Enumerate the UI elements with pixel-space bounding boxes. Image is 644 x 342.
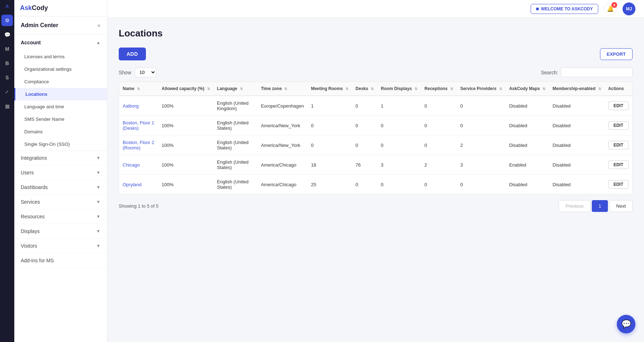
table-row: Boston, Floor 2 (Rooms) 100% English (Un…: [119, 135, 632, 155]
account-chevron-icon: ▲: [96, 40, 100, 45]
edit-button[interactable]: EDIT: [608, 121, 629, 130]
locations-table-container: Name ⇅ Allowed capacity (%) ⇅ Language ⇅: [119, 81, 633, 194]
cell-capacity: 100%: [158, 155, 213, 175]
sidebar-item-users[interactable]: Users ▼: [14, 165, 107, 180]
sidebar-item-displays[interactable]: Displays ▼: [14, 224, 107, 239]
cell-membership: Disabled: [549, 175, 604, 194]
col-name[interactable]: Name ⇅: [119, 82, 158, 96]
icon-bar-b[interactable]: B: [1, 58, 13, 69]
cell-language: English (United States): [213, 116, 257, 135]
cell-language: English (United States): [213, 135, 257, 155]
showing-text: Showing 1 to 5 of 5: [119, 203, 158, 209]
cell-membership: Disabled: [549, 155, 604, 175]
sidebar: AskCody Admin Center « Account ▲ License…: [14, 0, 107, 342]
cell-meeting-rooms: 18: [308, 155, 352, 175]
edit-button[interactable]: EDIT: [608, 141, 629, 149]
sidebar-section-account-header[interactable]: Account ▲: [14, 35, 107, 50]
cell-maps: Disabled: [506, 96, 549, 116]
col-receptions[interactable]: Receptions ⇅: [421, 82, 457, 96]
show-select[interactable]: 10 25 50 100: [135, 68, 156, 77]
sort-membership-icon: ⇅: [598, 87, 601, 91]
sidebar-item-integrations[interactable]: Integrations ▼: [14, 151, 107, 165]
sidebar-item-visitors[interactable]: Visitors ▼: [14, 239, 107, 253]
col-room-displays[interactable]: Room Displays ⇅: [377, 82, 421, 96]
avatar[interactable]: MJ: [623, 3, 635, 15]
show-label: Show: [119, 70, 131, 75]
cell-timezone: America/New_York: [257, 116, 308, 135]
location-name-link[interactable]: Opryland: [123, 182, 142, 187]
cell-timezone: America/New_York: [257, 135, 308, 155]
main-content: WELCOME TO ASKCODY 🔔 6 MJ Locations ADD …: [107, 0, 644, 342]
search-input[interactable]: [561, 68, 633, 77]
icon-bar-settings[interactable]: ⚙: [1, 15, 13, 26]
cell-capacity: 100%: [158, 175, 213, 194]
add-button[interactable]: ADD: [119, 48, 146, 60]
table-controls: Show 10 25 50 100 Search:: [119, 68, 633, 77]
col-service-providers[interactable]: Service Providers ⇅: [457, 82, 506, 96]
col-membership[interactable]: Membership-enabled ⇅: [549, 82, 604, 96]
sidebar-item-compliance[interactable]: Compliance: [14, 75, 107, 88]
col-capacity[interactable]: Allowed capacity (%) ⇅: [158, 82, 213, 96]
logo-icon: A: [5, 4, 9, 9]
location-name-link[interactable]: Chicago: [123, 162, 140, 168]
sidebar-item-sms[interactable]: SMS Sender Name: [14, 113, 107, 125]
pagination-area: Showing 1 to 5 of 5 Previous 1 Next: [119, 200, 633, 212]
location-name-link[interactable]: Boston, Floor 1 (Desks): [123, 120, 154, 131]
cell-desks: 0: [352, 175, 377, 194]
cell-membership: Disabled: [549, 116, 604, 135]
sidebar-title: Admin Center: [21, 22, 58, 29]
welcome-button[interactable]: WELCOME TO ASKCODY: [531, 4, 598, 14]
chat-bubble-button[interactable]: 💬: [617, 315, 635, 333]
cell-desks: 0: [352, 116, 377, 135]
page-1-button[interactable]: 1: [592, 200, 608, 212]
icon-bar-s[interactable]: S: [1, 72, 13, 83]
sidebar-item-sso[interactable]: Single Sign-On (SSO): [14, 138, 107, 150]
sidebar-item-resources[interactable]: Resources ▼: [14, 209, 107, 224]
cell-receptions: 0: [421, 96, 457, 116]
sidebar-item-dashboards[interactable]: Dashboards ▼: [14, 180, 107, 195]
col-askcody-maps[interactable]: AskCody Maps ⇅: [506, 82, 549, 96]
col-language[interactable]: Language ⇅: [213, 82, 257, 96]
icon-bar-box[interactable]: ▦: [1, 100, 13, 112]
sidebar-item-domains[interactable]: Domains: [14, 125, 107, 138]
sidebar-item-language[interactable]: Language and time: [14, 100, 107, 113]
sort-name-icon: ⇅: [137, 87, 140, 91]
cell-service-providers: 3: [457, 155, 506, 175]
location-name-link[interactable]: Aalborg: [123, 103, 139, 109]
location-name-link[interactable]: Boston, Floor 2 (Rooms): [123, 140, 154, 150]
table-row: Boston, Floor 1 (Desks) 100% English (Un…: [119, 116, 632, 135]
cell-meeting-rooms: 25: [308, 175, 352, 194]
export-button[interactable]: EXPORT: [600, 48, 633, 60]
visitors-chevron-icon: ▼: [96, 243, 100, 248]
icon-bar-m[interactable]: M: [1, 43, 13, 55]
sidebar-item-addins[interactable]: Add-ins for MS: [14, 253, 107, 268]
sidebar-item-services[interactable]: Services ▼: [14, 195, 107, 209]
sort-service-providers-icon: ⇅: [499, 87, 502, 91]
cell-room-displays: 3: [377, 155, 421, 175]
icon-bar-check[interactable]: ✓: [1, 86, 13, 98]
icon-bar-chat[interactable]: 💬: [1, 29, 13, 40]
sidebar-item-licenses[interactable]: Licenses and terms: [14, 50, 107, 63]
sort-language-icon: ⇅: [240, 87, 243, 91]
col-desks[interactable]: Desks ⇅: [352, 82, 377, 96]
col-meeting-rooms[interactable]: Meeting Rooms ⇅: [308, 82, 352, 96]
sidebar-item-org-settings[interactable]: Organizational settings: [14, 63, 107, 75]
sort-capacity-icon: ⇅: [207, 87, 210, 91]
next-button[interactable]: Next: [609, 200, 633, 212]
sort-timezone-icon: ⇅: [284, 87, 287, 91]
sidebar-item-locations[interactable]: Locations: [14, 88, 107, 100]
collapse-button[interactable]: «: [97, 22, 100, 29]
edit-button[interactable]: EDIT: [608, 101, 629, 110]
cell-timezone: America/Chicago: [257, 155, 308, 175]
cell-membership: Disabled: [549, 135, 604, 155]
col-timezone[interactable]: Time zone ⇅: [257, 82, 308, 96]
notification-button[interactable]: 🔔 6: [604, 3, 617, 15]
cell-service-providers: 0: [457, 175, 506, 194]
resources-chevron-icon: ▼: [96, 214, 100, 219]
edit-button[interactable]: EDIT: [608, 160, 629, 169]
previous-button[interactable]: Previous: [559, 200, 590, 212]
edit-button[interactable]: EDIT: [608, 180, 629, 189]
table-row: Opryland 100% English (United States) Am…: [119, 175, 632, 194]
cell-timezone: Europe/Copenhagen: [257, 96, 308, 116]
cell-maps: Enabled: [506, 155, 549, 175]
